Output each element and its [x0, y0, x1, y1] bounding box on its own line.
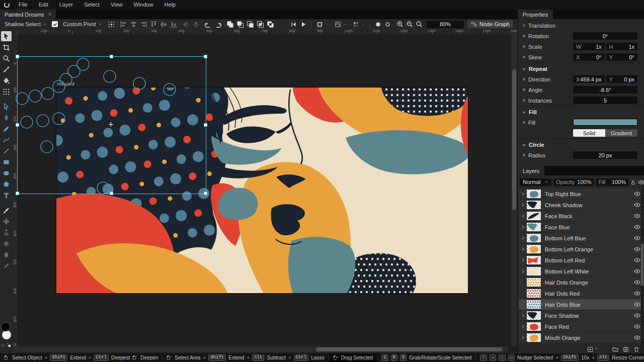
layer-visibility-eye-icon[interactable]	[634, 335, 640, 340]
document-tab[interactable]: Painted Dreams ×	[0, 10, 56, 19]
layer-row-face-shadow[interactable]: Face Shadow	[519, 310, 643, 321]
trash-button[interactable]	[633, 346, 639, 352]
layer-fill-field[interactable]: Fill100%	[596, 178, 628, 186]
layer-row-bottom-left-red[interactable]: Bottom Left Red	[519, 255, 643, 265]
layer-visibility-eye-icon[interactable]	[634, 191, 640, 197]
lock-icon[interactable]	[630, 179, 636, 185]
solid-button[interactable]: Solid	[573, 129, 605, 137]
selection-handle[interactable]	[204, 55, 207, 58]
view-mode-dropdown[interactable]	[315, 21, 330, 28]
layer-visibility-eye-icon[interactable]	[634, 257, 640, 263]
snapping-dropdown[interactable]	[351, 21, 366, 28]
skip-start-icon[interactable]	[289, 20, 298, 29]
tab-close-icon[interactable]: ×	[48, 12, 51, 17]
bool-union-icon[interactable]	[226, 20, 234, 29]
scale-h-field[interactable]: H1x	[606, 43, 638, 50]
viewport-canvas[interactable]: -100010020030040050060070080090010001100…	[13, 29, 517, 353]
brush-tool[interactable]	[1, 205, 12, 215]
freehand-tool[interactable]	[1, 124, 12, 134]
panel-scrollbar[interactable]	[641, 188, 643, 353]
flip-vertical-icon[interactable]	[192, 20, 200, 29]
parameter-dot[interactable]	[523, 121, 525, 124]
layer-row-face-black[interactable]: Face Black	[519, 211, 643, 221]
pivot-dropdown[interactable]: Custom Pivot	[61, 21, 103, 28]
heal-tool[interactable]	[1, 216, 12, 226]
layer-visibility-eye-icon[interactable]	[634, 268, 640, 274]
section-header-fill[interactable]: Fill	[518, 108, 644, 117]
parameter-dot[interactable]	[523, 99, 525, 102]
path-tool[interactable]	[1, 102, 12, 112]
working-colors[interactable]	[0, 320, 13, 343]
selection-handle[interactable]	[204, 123, 207, 127]
layer-expand-chevron-icon[interactable]	[519, 269, 527, 274]
zoom-out-icon[interactable]	[405, 20, 414, 29]
section-header-circle[interactable]: Circle	[518, 140, 644, 149]
zoom-reset-icon[interactable]	[415, 20, 423, 29]
navigate-tool[interactable]	[1, 53, 12, 63]
selection-mode-dropdown[interactable]: Shallow Select	[3, 21, 48, 28]
align-bottom-icon[interactable]	[170, 20, 178, 29]
layer-visibility-eye-icon[interactable]	[634, 213, 640, 219]
direction-y-field[interactable]: Y0 px	[606, 75, 638, 83]
layer-expand-chevron-icon[interactable]	[519, 313, 527, 318]
overlays-dropdown[interactable]	[333, 21, 348, 28]
turn-ccw-icon[interactable]	[204, 20, 212, 29]
parameter-dot[interactable]	[523, 56, 525, 58]
layer-row-mouth-orange[interactable]: Mouth Orange	[519, 332, 643, 343]
menu-select[interactable]: Select	[78, 0, 105, 10]
parameter-dot[interactable]	[523, 154, 525, 156]
layer-visibility-eye-icon[interactable]	[634, 202, 640, 208]
menu-help[interactable]: Help	[159, 0, 182, 10]
bool-difference-icon[interactable]	[266, 20, 275, 29]
flip-horizontal-icon[interactable]	[182, 20, 190, 29]
ellipse-tool[interactable]	[1, 168, 12, 178]
gradient-tool[interactable]	[1, 86, 12, 97]
selection-handle[interactable]	[16, 123, 19, 127]
instances-field[interactable]: 5	[573, 97, 637, 104]
bool-subtract-back-icon[interactable]	[246, 20, 255, 29]
gradient-button[interactable]: Gradient	[605, 129, 637, 137]
zoom-in-icon[interactable]	[395, 20, 404, 29]
artboard-tool[interactable]	[1, 42, 12, 52]
layer-row-face-red[interactable]: Face Red	[519, 321, 643, 332]
panel-eye-icon[interactable]	[638, 179, 644, 185]
layer-row-hair-dots-red[interactable]: Hair Dots Red	[519, 288, 643, 299]
menu-edit[interactable]: Edit	[33, 0, 54, 10]
selection-handle[interactable]	[110, 55, 113, 58]
parameter-dot[interactable]	[523, 88, 525, 91]
layer-expand-chevron-icon[interactable]	[519, 236, 527, 240]
play-icon[interactable]	[299, 20, 307, 29]
bool-subtract-front-icon[interactable]	[236, 20, 245, 29]
clone-tool[interactable]	[1, 227, 12, 237]
selection-handle[interactable]	[204, 192, 207, 195]
zoom-level-field[interactable]: 80%	[427, 21, 464, 28]
align-center-h-icon[interactable]	[129, 20, 138, 29]
circle-outline-icon[interactable]	[383, 20, 392, 29]
fill-tool[interactable]	[1, 75, 12, 85]
pen-tool[interactable]	[1, 113, 12, 123]
turn-cw-icon[interactable]	[214, 20, 222, 29]
parameter-dot[interactable]	[523, 45, 525, 48]
pivot-grid-icon[interactable]	[107, 20, 116, 29]
layer-expand-chevron-icon[interactable]	[519, 324, 527, 329]
layer-expand-chevron-icon[interactable]	[519, 203, 527, 207]
selection-handle[interactable]	[110, 192, 113, 195]
menu-layer[interactable]: Layer	[54, 0, 79, 10]
selection-handle[interactable]	[16, 192, 19, 195]
align-center-v-icon[interactable]	[159, 20, 168, 29]
section-header-repeat[interactable]: Repeat	[518, 64, 644, 73]
rectangle-tool[interactable]	[1, 157, 12, 167]
relight-tool[interactable]	[1, 260, 12, 270]
detail-tool[interactable]	[1, 249, 12, 259]
layer-visibility-eye-icon[interactable]	[634, 280, 640, 285]
group-button[interactable]	[623, 346, 629, 352]
parameter-dot[interactable]	[523, 78, 525, 80]
layer-visibility-eye-icon[interactable]	[634, 324, 640, 329]
pivot-checkbox[interactable]	[52, 21, 58, 27]
layer-row-face-blue[interactable]: Face Blue	[519, 222, 643, 232]
opacity-field[interactable]: Opacity100%	[553, 178, 594, 186]
layer-expand-chevron-icon[interactable]	[519, 247, 527, 251]
layer-expand-chevron-icon[interactable]	[519, 258, 527, 262]
spline-tool[interactable]	[1, 135, 12, 145]
tab-properties[interactable]: Properties	[518, 10, 553, 19]
